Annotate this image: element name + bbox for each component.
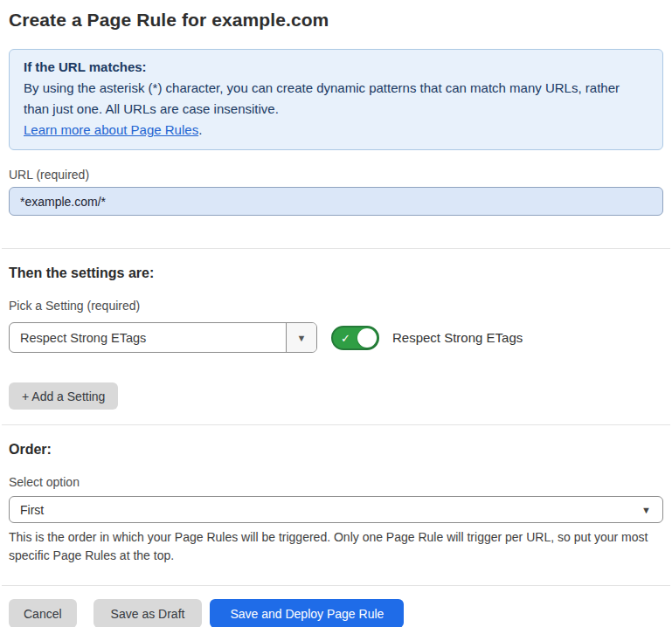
order-heading: Order: xyxy=(9,442,663,458)
add-setting-button[interactable]: + Add a Setting xyxy=(9,382,118,410)
url-field-label: URL (required) xyxy=(9,168,663,182)
divider xyxy=(2,585,670,586)
url-match-info-panel: If the URL matches: By using the asteris… xyxy=(9,49,663,150)
save-and-deploy-button[interactable]: Save and Deploy Page Rule xyxy=(210,599,404,627)
footer-actions: Cancel Save as Draft Save and Deploy Pag… xyxy=(9,599,663,627)
learn-more-link[interactable]: Learn more about Page Rules xyxy=(24,122,198,137)
divider xyxy=(2,248,670,249)
setting-dropdown-button[interactable]: ▼ xyxy=(286,323,316,352)
info-link-line: Learn more about Page Rules. xyxy=(24,120,648,141)
check-icon: ✓ xyxy=(341,331,350,344)
setting-dropdown[interactable]: Respect Strong ETags ▼ xyxy=(9,322,317,353)
order-select-label: Select option xyxy=(9,475,663,489)
info-heading: If the URL matches: xyxy=(24,57,648,78)
order-select[interactable]: First ▼ xyxy=(9,496,663,523)
page-title: Create a Page Rule for example.com xyxy=(9,10,663,31)
setting-row: Respect Strong ETags ▼ ✓ Respect Strong … xyxy=(9,322,663,353)
order-help-text: This is the order in which your Page Rul… xyxy=(9,528,663,565)
setting-toggle[interactable]: ✓ xyxy=(331,326,379,350)
order-select-value: First xyxy=(20,503,44,517)
toggle-knob xyxy=(357,328,377,348)
page-rule-form: Create a Page Rule for example.com If th… xyxy=(0,0,672,627)
pick-setting-label: Pick a Setting (required) xyxy=(9,299,663,313)
caret-down-icon: ▼ xyxy=(297,333,307,343)
cancel-button[interactable]: Cancel xyxy=(9,599,77,627)
info-body-text: By using the asterisk (*) character, you… xyxy=(24,78,648,120)
save-as-draft-button[interactable]: Save as Draft xyxy=(94,599,203,627)
divider xyxy=(2,424,670,425)
chevron-down-icon: ▼ xyxy=(641,505,651,515)
setting-toggle-label: Respect Strong ETags xyxy=(392,330,523,345)
settings-heading: Then the settings are: xyxy=(9,265,663,281)
setting-dropdown-value: Respect Strong ETags xyxy=(10,323,286,352)
link-suffix: . xyxy=(198,122,202,137)
url-input[interactable] xyxy=(9,187,663,216)
